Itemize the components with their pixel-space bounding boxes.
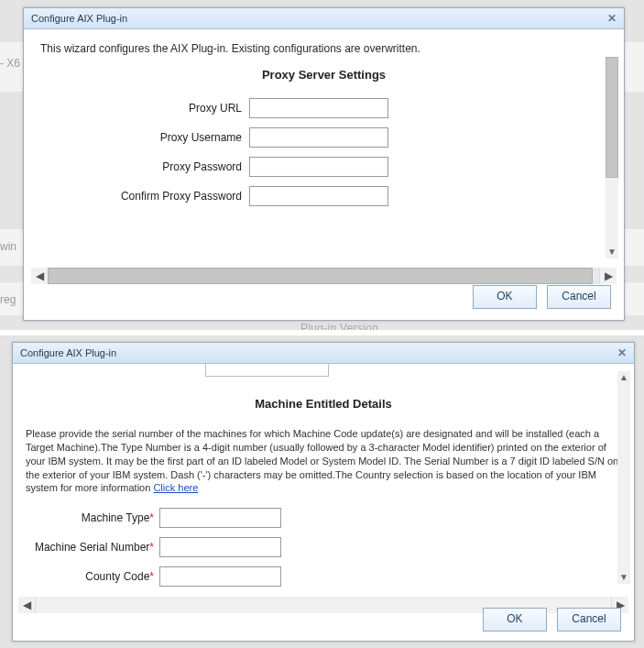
chevron-left-icon[interactable]: ◀ <box>31 268 49 284</box>
cancel-button[interactable]: Cancel <box>547 285 611 309</box>
input-machine-serial[interactable] <box>159 537 281 557</box>
dialog-content-scroll: This wizard configures the AIX Plug-in. … <box>29 29 618 260</box>
bg-text-preg: reg <box>0 293 16 306</box>
ok-button[interactable]: OK <box>473 285 537 309</box>
dialog-configure-aix-proxy: Configure AIX Plug-in ✕ This wizard conf… <box>23 7 625 321</box>
chevron-down-icon[interactable]: ▼ <box>606 246 618 258</box>
close-icon[interactable]: ✕ <box>616 346 628 359</box>
label-text: County Code <box>85 570 149 583</box>
dialog-title: Configure AIX Plug-in <box>31 13 127 24</box>
chevron-down-icon[interactable]: ▼ <box>617 571 630 584</box>
label-proxy-password: Proxy Password <box>40 160 249 173</box>
label-machine-serial: Machine Serial Number* <box>26 541 159 554</box>
required-asterisk: * <box>149 541 154 554</box>
row-county-code: County Code* <box>26 566 621 587</box>
machine-description-body: Please provide the serial number of the … <box>26 428 618 493</box>
input-proxy-password-confirm[interactable] <box>249 186 388 206</box>
ok-button[interactable]: OK <box>483 608 547 632</box>
separator <box>0 330 644 335</box>
cancel-button[interactable]: Cancel <box>557 608 621 632</box>
label-machine-type: Machine Type* <box>26 511 159 524</box>
close-icon[interactable]: ✕ <box>606 12 618 25</box>
section-title-machine: Machine Entitled Details <box>26 397 621 411</box>
scrollbar-track[interactable] <box>48 268 600 284</box>
dialog-configure-aix-machine: Configure AIX Plug-in ✕ Machine Entitled… <box>12 342 635 642</box>
dialog-titlebar[interactable]: Configure AIX Plug-in ✕ <box>24 8 624 29</box>
row-machine-serial: Machine Serial Number* <box>26 537 621 557</box>
row-proxy-password-confirm: Confirm Proxy Password <box>40 186 607 206</box>
dialog-button-row: OK Cancel <box>465 285 611 309</box>
scrollbar-thumb[interactable] <box>48 268 593 284</box>
label-county-code: County Code* <box>26 570 159 583</box>
dialog-title: Configure AIX Plug-in <box>20 347 116 358</box>
label-proxy-username: Proxy Username <box>40 131 249 144</box>
input-proxy-username[interactable] <box>249 127 388 148</box>
input-county-code[interactable] <box>159 566 281 587</box>
vertical-scrollbar[interactable]: ▲ ▼ <box>617 371 630 584</box>
clipped-previous-row <box>26 364 621 388</box>
required-asterisk: * <box>149 570 154 583</box>
required-asterisk: * <box>149 511 154 524</box>
label-text: Machine Type <box>82 511 150 524</box>
click-here-link[interactable]: Click here <box>153 482 198 493</box>
input-proxy-password[interactable] <box>249 157 388 177</box>
dialog-titlebar[interactable]: Configure AIX Plug-in ✕ <box>13 343 634 364</box>
section-title-proxy: Proxy Server Settings <box>40 68 607 82</box>
row-machine-type: Machine Type* <box>26 508 621 528</box>
label-proxy-url: Proxy URL <box>40 102 249 115</box>
dialog-button-row: OK Cancel <box>475 608 621 632</box>
chevron-right-icon[interactable]: ▶ <box>599 268 617 284</box>
clipped-input-outline <box>205 364 329 377</box>
scrollbar-thumb[interactable] <box>606 57 618 178</box>
input-machine-type[interactable] <box>159 508 281 528</box>
bg-text-x6: - X6 <box>0 57 20 70</box>
chevron-up-icon[interactable]: ▲ <box>617 371 630 384</box>
horizontal-scrollbar[interactable]: ◀ ▶ <box>31 268 617 284</box>
row-proxy-url: Proxy URL <box>40 98 607 118</box>
row-proxy-username: Proxy Username <box>40 127 607 148</box>
bg-text-win: win <box>0 240 16 253</box>
input-proxy-url[interactable] <box>249 98 388 118</box>
row-proxy-password: Proxy Password <box>40 157 607 177</box>
vertical-scrollbar[interactable]: ▼ <box>606 57 618 258</box>
wizard-intro-text: This wizard configures the AIX Plug-in. … <box>40 42 607 55</box>
label-proxy-password-confirm: Confirm Proxy Password <box>40 190 249 203</box>
chevron-left-icon[interactable]: ◀ <box>18 597 36 613</box>
dialog-content-scroll: Machine Entitled Details Please provide … <box>16 364 630 591</box>
machine-description-text: Please provide the serial number of the … <box>26 427 621 495</box>
label-text: Machine Serial Number <box>35 541 149 554</box>
